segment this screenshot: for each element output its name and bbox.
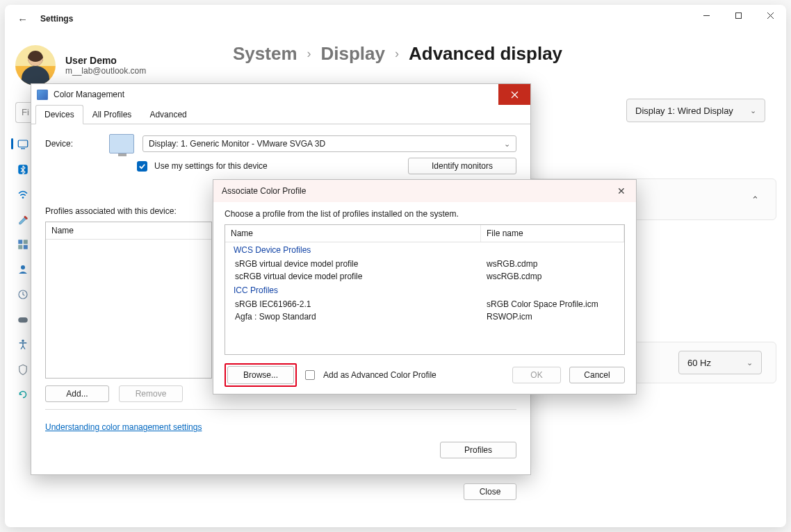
profile-file: RSWOP.icm [481,312,624,322]
breadcrumb-display[interactable]: Display [321,43,386,65]
add-advanced-label: Add as Advanced Color Profile [323,370,437,380]
chevron-right-icon: › [395,47,399,61]
breadcrumb-advanced: Advanced display [409,43,562,65]
device-select[interactable]: Display: 1. Generic Monitor - VMware SVG… [142,135,516,152]
refresh-rate-select[interactable]: 60 Hz ⌄ [678,351,762,374]
col-file-header[interactable]: File name [481,225,624,242]
svg-rect-11 [24,245,28,249]
nav-network[interactable] [15,187,31,202]
chevron-down-icon: ⌄ [747,358,753,367]
profile-file: sRGB Color Space Profile.icm [481,299,624,309]
svg-rect-14 [18,317,28,323]
nav-personalization[interactable] [15,212,31,227]
color-management-icon [37,90,48,100]
display-selector[interactable]: Display 1: Wired Display ⌄ [626,99,765,122]
breadcrumb-system[interactable]: System [233,43,297,65]
list-item[interactable]: Agfa : Swop Standard RSWOP.icm [225,310,624,323]
profile-name: sRGB virtual device model profile [225,259,481,269]
profile-file: wsRGB.cdmp [481,259,624,269]
breadcrumb: System › Display › Advanced display [233,43,562,65]
close-cm-button[interactable]: Close [464,483,516,500]
titlebar: ← Settings [5,5,73,33]
understanding-link[interactable]: Understanding color management settings [45,422,202,432]
assoc-profiles-list[interactable]: Name [45,222,212,379]
cm-close-button[interactable] [498,84,530,105]
tab-devices[interactable]: Devices [35,105,83,124]
profiles-button[interactable]: Profiles [440,442,516,458]
minimize-button[interactable] [690,5,722,26]
nav-privacy[interactable] [15,362,31,377]
maximize-button[interactable] [722,5,754,26]
cm-tabs: Devices All Profiles Advanced [31,105,530,124]
user-block[interactable]: User Demo m__lab@outlook.com [15,45,146,85]
add-button[interactable]: Add... [45,385,109,402]
nav-bluetooth[interactable] [15,162,31,177]
device-select-value: Display: 1. Generic Monitor - VMware SVG… [149,139,325,149]
group-wcs: WCS Device Profiles [225,242,624,258]
group-icc: ICC Profiles [225,283,624,298]
ap-title-label: Associate Color Profile [222,186,306,196]
cancel-button[interactable]: Cancel [569,367,625,383]
user-name: User Demo [65,55,146,66]
chevron-down-icon: ⌄ [750,106,756,115]
divider [45,409,516,410]
nav-accessibility[interactable] [15,337,31,352]
window-controls [690,5,786,26]
chevron-right-icon: › [307,47,311,61]
display-selector-label: Display 1: Wired Display [635,106,733,116]
settings-title: Settings [40,14,73,24]
profile-name: scRGB virtual device model profile [225,272,481,281]
svg-point-12 [21,265,25,269]
list-item[interactable]: sRGB virtual device model profile wsRGB.… [225,258,624,270]
cm-titlebar: Color Management [31,84,530,105]
nav-update[interactable] [15,387,31,402]
svg-point-15 [22,340,24,342]
use-my-settings-label: Use my settings for this device [154,161,268,171]
associate-profile-dialog: Associate Color Profile ✕ Choose a profi… [213,179,637,394]
nav-time[interactable] [15,287,31,302]
profile-list[interactable]: Name File name WCS Device Profiles sRGB … [225,224,625,355]
svg-rect-8 [18,240,22,244]
tab-all-profiles[interactable]: All Profiles [83,105,141,124]
device-label: Device: [45,139,101,149]
browse-button[interactable]: Browse... [227,366,294,384]
add-advanced-checkbox[interactable] [305,370,315,380]
nav-apps[interactable] [15,237,31,252]
cm-title-label: Color Management [54,90,124,99]
svg-rect-4 [18,140,28,147]
svg-rect-1 [735,13,741,18]
nav-accounts[interactable] [15,262,31,277]
back-arrow-icon[interactable]: ← [17,13,28,25]
close-button[interactable] [754,5,786,26]
svg-point-7 [22,197,24,199]
list-item[interactable]: scRGB virtual device model profile wscRG… [225,270,624,283]
ap-titlebar: Associate Color Profile ✕ [213,180,636,202]
chevron-up-icon: ⌃ [748,194,762,205]
avatar [15,45,56,85]
profile-name: sRGB IEC61966-2.1 [225,299,481,309]
identify-monitors-button[interactable]: Identify monitors [408,158,516,174]
col-name-header[interactable]: Name [225,225,481,242]
user-email: m__lab@outlook.com [65,66,146,76]
monitor-icon [109,134,134,153]
ok-button: OK [512,367,561,383]
profile-name: Agfa : Swop Standard [225,312,481,322]
nav-gaming[interactable] [15,312,31,327]
profile-file: wscRGB.cdmp [481,272,624,281]
use-my-settings-checkbox[interactable] [137,161,147,172]
refresh-rate-value: 60 Hz [687,358,711,368]
chevron-down-icon: ⌄ [504,140,510,149]
svg-rect-9 [24,240,28,244]
assoc-name-column[interactable]: Name [46,222,211,240]
tab-advanced[interactable]: Advanced [140,105,195,124]
ap-instruction: Choose a profile from the list of profil… [225,209,625,219]
ap-close-button[interactable]: ✕ [615,185,628,197]
remove-button: Remove [119,385,183,402]
nav-system[interactable] [15,137,31,152]
svg-rect-10 [18,245,22,249]
list-item[interactable]: sRGB IEC61966-2.1 sRGB Color Space Profi… [225,298,624,310]
browse-highlight: Browse... [225,363,297,387]
